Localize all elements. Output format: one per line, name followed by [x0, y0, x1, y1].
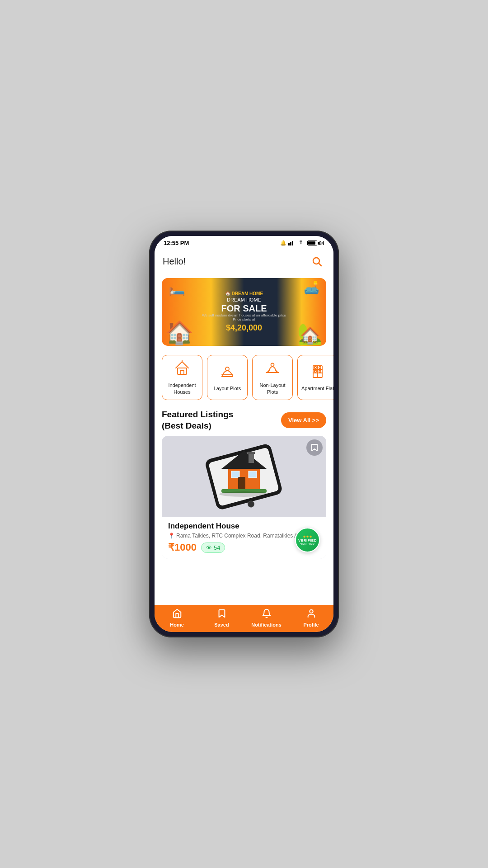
home-nav-label: Home — [170, 622, 184, 627]
listing-info: Independent House 📍 Rama Talkies, RTC Co… — [162, 517, 326, 559]
phone-screen: 12:55 PM 🔔 84 Hello! — [155, 236, 333, 632]
verified-stamp: ★★★ VERIFIED VERIFIED — [295, 528, 320, 552]
category-label-layout: Layout Plots — [212, 385, 243, 392]
banner-house-right: 🏡 — [297, 322, 323, 346]
bottom-nav: Home Saved Notifications — [155, 605, 333, 632]
banner-logo: 🏠 DREAM HOME — [202, 291, 286, 296]
nav-item-saved[interactable]: Saved — [199, 609, 244, 627]
svg-rect-6 — [180, 371, 184, 374]
banner-inner: 🛏️ 🛋️ 🏠 🏡 🏠 DREAM HOME DREAM HOME FOR SA… — [162, 278, 326, 346]
category-label-independent: Independent Houses — [162, 382, 202, 395]
svg-rect-30 — [238, 477, 245, 489]
status-time: 12:55 PM — [164, 240, 189, 246]
svg-rect-2 — [292, 241, 293, 245]
svg-rect-18 — [319, 367, 321, 368]
svg-rect-17 — [314, 367, 316, 368]
verified-text2: VERIFIED — [300, 542, 315, 546]
greeting-text: Hello! — [163, 256, 186, 267]
phone-house-illustration — [185, 437, 303, 516]
svg-rect-27 — [248, 452, 255, 454]
svg-rect-1 — [290, 242, 291, 245]
featured-title: Featured Listings (Best Deals) — [162, 409, 233, 431]
category-apartment-flat[interactable]: Apartment Flat — [297, 355, 333, 400]
svg-rect-26 — [249, 453, 254, 463]
wifi-icon — [297, 240, 305, 246]
signal-icon — [288, 240, 296, 246]
home-nav-icon — [172, 609, 182, 621]
banner-description: We sell modern dream houses at an afford… — [202, 313, 286, 317]
svg-rect-0 — [288, 243, 290, 245]
eye-icon: 👁 — [206, 544, 212, 551]
search-button[interactable] — [308, 253, 325, 270]
status-bar: 12:55 PM 🔔 84 — [155, 236, 333, 248]
saved-nav-icon — [217, 609, 227, 621]
svg-rect-29 — [249, 471, 257, 478]
notifications-nav-icon — [262, 609, 272, 621]
banner-price: $4,20,000 — [202, 323, 286, 333]
nav-item-notifications[interactable]: Notifications — [244, 609, 289, 627]
categories-row: Independent Houses Layout Plots — [155, 349, 333, 406]
banner-content: 🏠 DREAM HOME DREAM HOME FOR SALE We sell… — [202, 291, 286, 332]
status-icons: 🔔 84 — [280, 240, 324, 246]
category-label-apartment: Apartment Flat — [300, 385, 333, 392]
svg-point-11 — [271, 363, 274, 367]
header: Hello! — [155, 248, 333, 274]
listing-price: ₹1000 — [168, 542, 197, 553]
battery-percent: 84 — [319, 241, 324, 246]
listing-card[interactable]: Independent House 📍 Rama Talkies, RTC Co… — [162, 436, 326, 559]
location-icon: 📍 — [168, 533, 175, 539]
views-badge: 👁 54 — [201, 542, 225, 553]
svg-point-33 — [310, 610, 313, 613]
nonlayout-icon — [264, 360, 281, 379]
nav-item-profile[interactable]: Profile — [289, 609, 333, 627]
layout-icon — [219, 363, 235, 382]
featured-section-header: Featured Listings (Best Deals) View All … — [155, 406, 333, 434]
category-independent-houses[interactable]: Independent Houses — [162, 355, 202, 400]
category-layout-plots[interactable]: Layout Plots — [207, 355, 248, 400]
verified-text: VERIFIED — [298, 539, 317, 543]
views-count: 54 — [214, 544, 220, 551]
profile-nav-icon — [306, 609, 316, 621]
listing-image — [162, 436, 326, 517]
alarm-icon: 🔔 — [280, 240, 286, 246]
svg-rect-28 — [231, 471, 239, 478]
profile-nav-label: Profile — [303, 622, 319, 627]
svg-point-8 — [225, 367, 229, 371]
saved-nav-label: Saved — [214, 622, 229, 627]
svg-rect-19 — [314, 370, 316, 372]
svg-point-32 — [219, 491, 269, 497]
svg-rect-5 — [178, 368, 187, 374]
nav-item-home[interactable]: Home — [155, 609, 199, 627]
battery-icon — [307, 241, 317, 245]
banner-tagline: DREAM HOME — [202, 297, 286, 303]
view-all-button[interactable]: View All >> — [281, 412, 326, 428]
house-icon — [174, 360, 190, 379]
banner[interactable]: 🛏️ 🛋️ 🏠 🏡 🏠 DREAM HOME DREAM HOME FOR SA… — [162, 278, 326, 346]
banner-price-label: Price starts at — [202, 317, 286, 321]
notifications-nav-label: Notifications — [251, 622, 282, 627]
svg-line-4 — [319, 264, 322, 266]
apartment-icon — [310, 363, 326, 382]
scroll-area: Hello! 🛏️ 🛋️ 🏠 � — [155, 248, 333, 605]
banner-room-right: 🛋️ — [304, 280, 319, 295]
verified-circle: ★★★ VERIFIED VERIFIED — [295, 528, 320, 552]
svg-rect-20 — [319, 370, 321, 372]
banner-house-left: 🏠 — [165, 320, 193, 346]
banner-room-left: 🛏️ — [169, 280, 185, 296]
category-non-layout-plots[interactable]: Non-Layout Plots — [252, 355, 293, 400]
banner-for-sale: FOR SALE — [202, 303, 286, 313]
category-label-nonlayout: Non-Layout Plots — [253, 382, 292, 395]
bottom-spacer — [155, 563, 333, 572]
bookmark-button[interactable] — [306, 439, 323, 456]
phone-frame: 12:55 PM 🔔 84 Hello! — [149, 231, 339, 637]
